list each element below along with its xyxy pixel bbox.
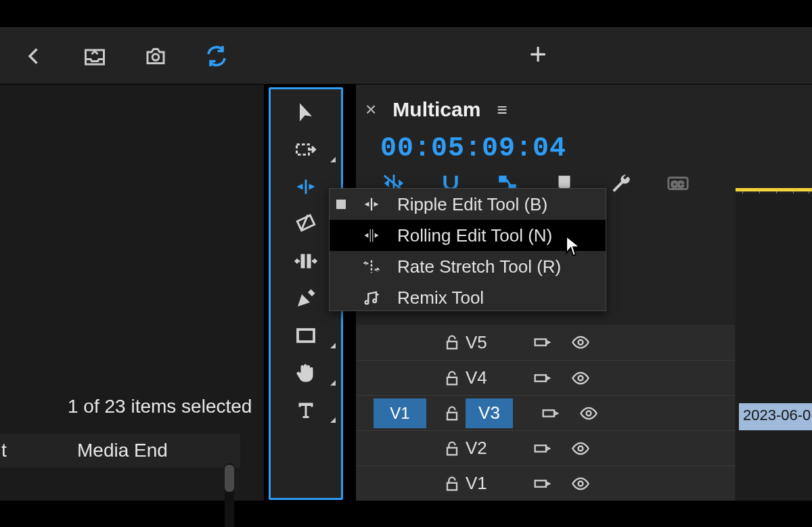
source-top-panel [592,27,812,85]
lock-icon[interactable] [438,333,466,352]
project-top-panel: + [0,27,592,85]
track-target[interactable]: V3 [466,398,513,428]
column-header-row: t Media End [0,434,240,467]
flyout-ripple-edit[interactable]: Ripple Edit Tool (B) [330,189,606,220]
svg-rect-20 [535,445,546,451]
svg-point-15 [579,375,583,380]
type-tool[interactable] [271,391,341,428]
svg-point-21 [579,446,583,451]
svg-point-0 [152,53,159,60]
hand-tool[interactable] [271,354,341,391]
svg-rect-11 [535,339,546,345]
current-tool-marker [336,200,346,209]
rectangle-tool[interactable] [271,317,341,354]
svg-rect-17 [543,410,554,416]
project-scrollbar-thumb[interactable] [225,465,234,492]
sync-lock-icon[interactable] [528,474,555,493]
eye-icon[interactable] [567,474,594,493]
track-row: V5 [356,325,735,360]
col-media-start[interactable]: t [0,440,68,461]
eye-icon[interactable] [567,333,594,352]
svg-point-12 [579,340,583,345]
track-header-area: V5 V4 V1 V3 V2 V1 [356,325,735,501]
flyout-item-label: Rolling Edit Tool (N) [397,225,552,246]
svg-rect-23 [535,480,546,486]
flyout-item-label: Rate Stretch Tool (R) [397,256,561,277]
selection-count: 1 of 23 items selected [68,396,252,417]
captions-icon[interactable]: CC [664,171,692,196]
lock-icon[interactable] [438,404,466,423]
sync-lock-icon[interactable] [528,333,555,352]
flyout-item-label: Ripple Edit Tool (B) [397,194,547,215]
source-patch-empty[interactable] [374,469,426,499]
sync-icon[interactable] [203,43,230,70]
track-name[interactable]: V2 [466,438,513,459]
svg-rect-22 [447,482,457,490]
video-clip[interactable]: 2023-06-0 [739,403,812,430]
svg-point-24 [579,481,583,486]
camera-icon[interactable] [142,43,169,70]
eye-icon[interactable] [567,369,594,388]
top-letterbox [0,0,812,27]
eye-icon[interactable] [567,439,594,458]
svg-rect-6 [499,176,506,183]
source-patch-empty[interactable] [374,327,426,357]
track-name[interactable]: V1 [466,473,513,494]
track-row: V1 [356,465,735,501]
track-select-tool[interactable] [271,131,341,168]
svg-rect-10 [447,342,457,348]
timeline-clip-area[interactable] [736,180,812,501]
flyout-rate-stretch[interactable]: Rate Stretch Tool (R) [330,251,606,282]
sequence-name[interactable]: Multicam [392,98,480,121]
track-name[interactable]: V5 [466,332,513,353]
wrench-icon[interactable] [608,171,635,196]
project-panel: 1 of 23 items selected t Media End [0,85,264,501]
flyout-remix[interactable]: Remix Tool [330,282,606,313]
eye-icon[interactable] [575,404,602,423]
svg-rect-19 [447,447,457,455]
rolling-edit-icon [358,225,385,246]
track-row: V4 [356,360,735,395]
flyout-rolling-edit[interactable]: Rolling Edit Tool (N) [330,220,606,251]
panel-menu-icon[interactable]: ≡ [497,99,507,120]
time-ruler[interactable] [736,180,812,193]
svg-point-18 [587,411,591,415]
flyout-item-label: Remix Tool [397,288,484,308]
bottom-letterbox [0,500,812,527]
svg-rect-16 [447,412,457,419]
track-name[interactable]: V4 [466,367,513,388]
add-icon[interactable]: + [524,41,551,68]
sync-lock-icon[interactable] [536,404,563,423]
track-row: V2 [356,430,735,465]
remix-icon [358,288,385,308]
col-media-end[interactable]: Media End [68,440,168,461]
close-sequence-icon[interactable]: × [365,99,376,120]
source-patch-empty[interactable] [374,363,426,393]
lock-icon[interactable] [438,369,466,388]
sync-lock-icon[interactable] [528,439,555,458]
rate-stretch-icon [358,256,385,277]
selection-tool[interactable] [271,93,341,131]
lock-icon[interactable] [438,439,466,458]
svg-rect-14 [535,375,546,381]
svg-text:CC: CC [671,179,683,189]
svg-rect-4 [298,329,314,342]
track-row: V1 V3 [356,395,735,430]
tool-flyout-menu: Ripple Edit Tool (B) Rolling Edit Tool (… [329,188,606,311]
sync-lock-icon[interactable] [528,369,555,388]
timecode-display[interactable]: 00:05:09:04 [380,133,566,164]
chevron-left-icon[interactable] [20,43,47,70]
playhead-indicator[interactable] [736,188,812,191]
source-patch[interactable]: V1 [374,398,426,428]
ripple-edit-icon [358,194,385,214]
source-patch-empty[interactable] [374,434,426,463]
inbox-icon[interactable] [81,43,108,70]
svg-rect-1 [297,144,309,154]
svg-rect-13 [447,377,457,384]
lock-icon[interactable] [438,474,466,493]
